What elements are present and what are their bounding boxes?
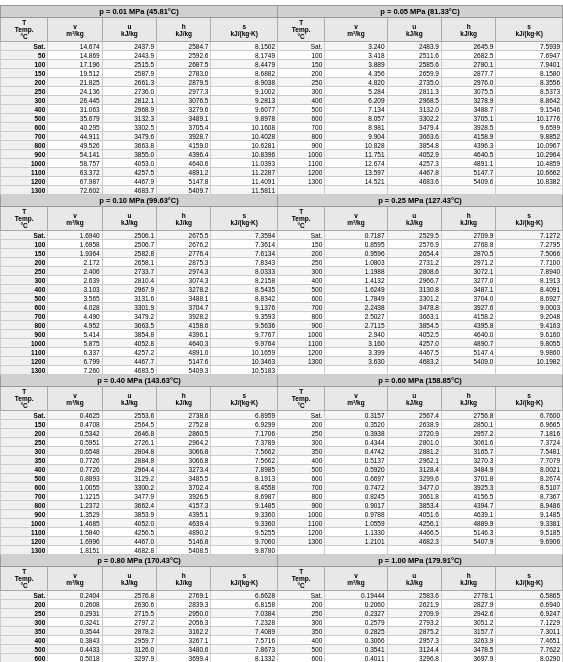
table-cell: 9.8780 xyxy=(211,546,278,555)
table-cell: 2977.3 xyxy=(157,87,211,96)
table-cell: 1300 xyxy=(1,186,48,195)
table-row: 11006.3374257.24891.010.165912003.399446… xyxy=(1,348,563,357)
table-cell: 2726.1 xyxy=(102,438,156,447)
table-cell: 9.3360 xyxy=(211,510,278,519)
table-cell: 9.5636 xyxy=(211,321,278,330)
table-cell: 3061.6 xyxy=(441,438,495,447)
table-cell: 1.1330 xyxy=(325,528,387,537)
table-cell: 4256.1 xyxy=(387,519,441,528)
section-header-row: p = 0.01 MPa (45.81°C)p = 0.05 MPa (81.3… xyxy=(1,6,563,18)
table-cell: 150 xyxy=(1,420,48,429)
table-cell: 1100 xyxy=(278,159,325,168)
table-cell: 10.2964 xyxy=(496,150,563,159)
table-cell: 9.8055 xyxy=(496,339,563,348)
col-header-cell: ukJ/kg xyxy=(387,387,441,411)
table-cell: 2.940 xyxy=(325,330,387,339)
table-cell: 3.418 xyxy=(325,51,387,60)
table-cell: 0.7726 xyxy=(48,456,102,465)
table-row: 12001.69964467.05146.89.706013001.210146… xyxy=(1,537,563,546)
table-cell xyxy=(441,366,495,375)
table-row: 5003.5653131.63488.18.83426001.78493301.… xyxy=(1,294,563,303)
table-cell: 10.5183 xyxy=(211,366,278,375)
right-section-header: p = 1.00 MPa (179.91°C) xyxy=(278,555,563,567)
table-cell: 7.3724 xyxy=(496,438,563,447)
table-cell: 31.063 xyxy=(48,105,102,114)
table-cell: 3075.5 xyxy=(441,87,495,96)
table-cell: 6.6628 xyxy=(211,591,278,600)
table-cell: 9.1002 xyxy=(211,87,278,96)
table-cell: 0.2608 xyxy=(48,600,102,609)
table-cell: 49.526 xyxy=(48,141,102,150)
table-row: 50035.6793132.33489.19.89786008.0573302.… xyxy=(1,114,563,123)
table-cell: 5408.5 xyxy=(157,546,211,555)
table-cell: 0.3544 xyxy=(48,627,102,636)
table-cell: 2709.9 xyxy=(387,609,441,618)
table-cell: 500 xyxy=(278,105,325,114)
table-cell: 9.0003 xyxy=(496,303,563,312)
table-cell: 9.7767 xyxy=(211,330,278,339)
table-cell: 19.512 xyxy=(48,69,102,78)
table-cell: 4.356 xyxy=(325,69,387,78)
table-cell: 2752.8 xyxy=(157,420,211,429)
table-cell: 1.6249 xyxy=(325,285,387,294)
table-cell: 800 xyxy=(1,501,48,510)
table-cell: 4683.2 xyxy=(387,357,441,366)
table-cell: 17.196 xyxy=(48,60,102,69)
table-cell: 4640.0 xyxy=(441,330,495,339)
table-cell: 2584.7 xyxy=(157,42,211,51)
table-row: Sat.1.69402506.12675.57.3594Sat.0.718725… xyxy=(1,231,563,240)
table-row: 3500.35442878.23162.27.40893500.28252875… xyxy=(1,627,563,636)
table-cell: 5.875 xyxy=(48,339,102,348)
table-cell: 3488.1 xyxy=(157,294,211,303)
table-cell: 3854.5 xyxy=(387,321,441,330)
table-cell: 6.9299 xyxy=(211,420,278,429)
table-cell: 1.9364 xyxy=(48,249,102,258)
table-cell: 5147.6 xyxy=(157,357,211,366)
col-header-cell: hkJ/kg xyxy=(157,567,211,591)
col-header-cell: skJ/(kg·K) xyxy=(496,387,563,411)
table-cell: 4891.1 xyxy=(441,159,495,168)
section-header-row: p = 0.10 MPa (99.63°C)p = 0.25 MPa (127.… xyxy=(1,195,563,207)
table-row: 9005.4143854.84396.19.776710002.9404052.… xyxy=(1,330,563,339)
col-header-cell: skJ/(kg·K) xyxy=(496,567,563,591)
table-cell: 3704.0 xyxy=(441,294,495,303)
table-cell: 40.295 xyxy=(48,123,102,132)
table-row: 4003.1032967.93278.28.54355001.62493130.… xyxy=(1,285,563,294)
table-cell: 2659.9 xyxy=(387,69,441,78)
table-cell: 2875.2 xyxy=(387,627,441,636)
table-cell: 3663.8 xyxy=(102,141,156,150)
table-cell: 7.8343 xyxy=(211,258,278,267)
table-cell: 2576.8 xyxy=(102,591,156,600)
table-cell xyxy=(496,186,563,195)
table-cell: 10.4028 xyxy=(211,132,278,141)
table-cell: 250 xyxy=(1,267,48,276)
table-cell: 400 xyxy=(1,285,48,294)
table-cell: 6.6940 xyxy=(496,600,563,609)
table-cell: 900 xyxy=(278,501,325,510)
table-cell: 600 xyxy=(1,123,48,132)
table-cell: 2870.5 xyxy=(441,249,495,258)
table-cell: 2585.6 xyxy=(387,60,441,69)
table-cell: 11.0393 xyxy=(211,159,278,168)
table-cell: 2808.6 xyxy=(387,267,441,276)
table-cell: 3157.7 xyxy=(441,627,495,636)
table-cell: 350 xyxy=(278,627,325,636)
table-cell: 3299.6 xyxy=(387,474,441,483)
col-header-cell: vm³/kg xyxy=(48,387,102,411)
table-cell: 7.7622 xyxy=(496,645,563,654)
table-cell: 8.6927 xyxy=(496,294,563,303)
table-cell: 5147.8 xyxy=(157,177,211,186)
table-cell: 2797.2 xyxy=(102,618,156,627)
table-cell: 1100 xyxy=(1,348,48,357)
table-cell: 3301.2 xyxy=(387,294,441,303)
table-cell: 9.8852 xyxy=(496,132,563,141)
table-cell: 5409.7 xyxy=(157,186,211,195)
table-cell: 3477.0 xyxy=(387,483,441,492)
table-cell: 2582.8 xyxy=(102,249,156,258)
table-cell: 2812.1 xyxy=(102,96,156,105)
col-header-cell: skJ/(kg·K) xyxy=(211,207,278,231)
table-cell: 250 xyxy=(278,78,325,87)
table-cell: 3663.6 xyxy=(387,132,441,141)
table-cell: 7.3011 xyxy=(496,627,563,636)
table-cell: 3066.8 xyxy=(157,456,211,465)
